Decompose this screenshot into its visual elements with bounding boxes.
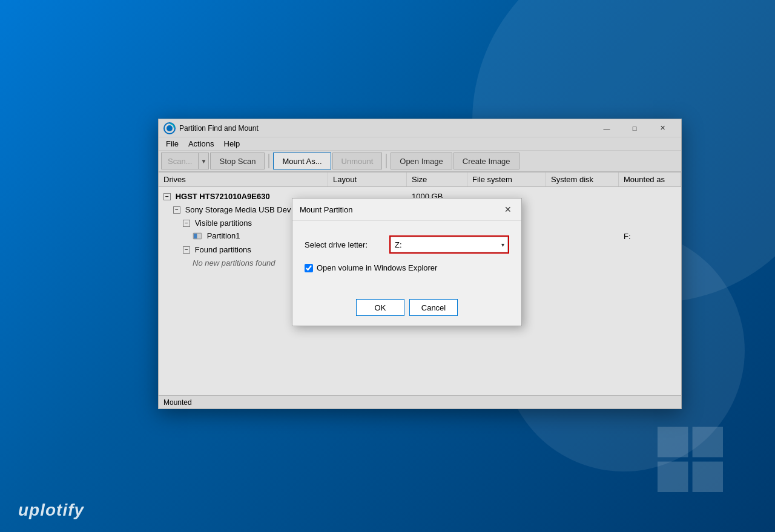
svg-rect-2 [658,462,688,492]
drive-letter-select[interactable]: Z: Y: X: W: V: [391,237,508,252]
drive-letter-row: Select drive letter: Z: Y: X: W: V: ▾ [305,235,509,254]
watermark: uplotify [18,501,84,520]
ok-button[interactable]: OK [356,299,404,316]
modal-title: Mount Partition [300,205,352,214]
windows-logo [654,423,727,496]
modal-overlay: Mount Partition ✕ Select drive letter: Z… [159,119,681,409]
drive-select-wrapper: Z: Y: X: W: V: ▾ [389,235,509,254]
modal-body: Select drive letter: Z: Y: X: W: V: ▾ [292,221,521,294]
cancel-button[interactable]: Cancel [409,299,458,316]
mount-partition-dialog: Mount Partition ✕ Select drive letter: Z… [292,198,522,326]
modal-title-bar: Mount Partition ✕ [292,199,521,221]
open-volume-checkbox-row: Open volume in Windows Explorer [305,263,509,272]
svg-rect-3 [693,462,723,492]
drive-letter-label: Select drive letter: [305,240,389,249]
app-window: Partition Find and Mount — □ ✕ File Acti… [158,119,682,409]
modal-close-button[interactable]: ✕ [502,203,514,215]
svg-rect-0 [658,427,688,457]
open-volume-checkbox[interactable] [305,264,313,272]
svg-rect-1 [693,427,723,457]
modal-footer: OK Cancel [292,294,521,326]
open-volume-label: Open volume in Windows Explorer [317,263,437,272]
